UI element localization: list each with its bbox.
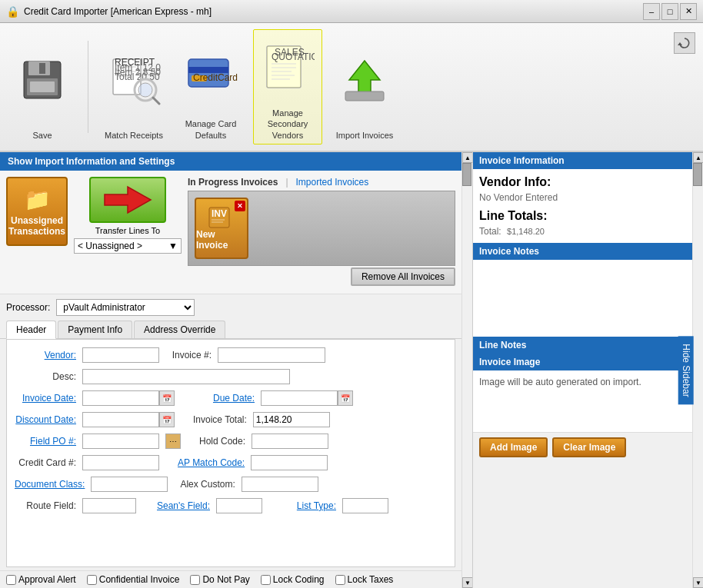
main-content: Show Import Information and Settings 📁 U… [0, 152, 703, 588]
line-totals-header: Line Totals: [479, 209, 686, 223]
field-po-lookup-button[interactable]: ⋯ [165, 434, 181, 449]
lock-taxes-checkbox[interactable]: Lock Taxes [335, 574, 394, 585]
sidebar-scrollbar-thumb[interactable] [693, 163, 702, 186]
due-date-picker-button[interactable]: 📅 [338, 390, 353, 406]
invoice-notes-content [473, 260, 692, 337]
processor-row: Processor: pVault Administrator [0, 294, 461, 321]
discount-total-row: Discount Date: 📅 Invoice Total: 1,148.20 [15, 412, 447, 427]
scrollbar-down-button[interactable]: ▼ [462, 577, 472, 588]
invoice-num-input[interactable] [218, 347, 325, 363]
match-receipts-label: Match Receipts [105, 130, 163, 141]
manage-vendors-button[interactable]: SALES QUOTATION Manage Secondary Vendors [253, 29, 322, 145]
hold-code-label: Hold Code: [199, 436, 245, 447]
seans-field-input[interactable] [216, 498, 262, 513]
import-bar-label: Show Import Information and Settings [8, 156, 175, 167]
invoice-area: 📁 Unassigned Transactions Transfer Lines… [0, 171, 461, 294]
list-type-label[interactable]: List Type: [275, 500, 336, 511]
invoice-icon: INV [208, 206, 235, 229]
vendor-input[interactable] [82, 347, 159, 363]
ap-match-input[interactable] [251, 455, 328, 470]
alex-custom-label: Alex Custom: [180, 479, 235, 490]
due-date-input[interactable] [261, 390, 338, 406]
discount-date-picker-button[interactable]: 📅 [159, 412, 175, 427]
invoice-notes-header: Invoice Notes [473, 243, 692, 260]
sidebar-scrollbar-down[interactable]: ▼ [693, 577, 703, 588]
import-invoices-icon [338, 53, 391, 107]
vendor-label[interactable]: Vendor: [15, 350, 76, 360]
field-po-input[interactable] [82, 434, 159, 449]
docclass-alex-row: Document Class: Alex Custom: [15, 477, 447, 492]
svg-line-15 [153, 98, 159, 104]
in-progress-tab[interactable]: In Progress Invoices [188, 177, 278, 188]
remove-all-button[interactable]: Remove All Invoices [351, 267, 455, 286]
manage-card-defaults-button[interactable]: CreditCard Manage Card Defaults [176, 29, 245, 145]
tab-payment-label: Payment Info [68, 324, 122, 335]
lock-taxes-label: Lock Taxes [348, 574, 394, 585]
refresh-button[interactable] [674, 32, 695, 54]
desc-input[interactable] [82, 369, 290, 384]
vendor-info-section: Vendor Info: No Vendor Entered Line Tota… [473, 169, 692, 243]
tab-header[interactable]: Header [6, 321, 56, 339]
invoice-date-label[interactable]: Invoice Date: [15, 393, 76, 404]
clear-image-button[interactable]: Clear Image [552, 437, 626, 457]
do-not-pay-checkbox[interactable]: Do Not Pay [190, 574, 249, 585]
field-po-label[interactable]: Field PO #: [15, 436, 76, 447]
document-class-input[interactable] [91, 477, 168, 492]
invoice-image-label: Invoice Image [479, 357, 540, 367]
imported-tab[interactable]: Imported Invoices [296, 177, 369, 188]
tab-address-override[interactable]: Address Override [134, 321, 225, 338]
tab-header-label: Header [16, 324, 46, 335]
maximize-button[interactable]: □ [661, 3, 678, 20]
credit-card-input[interactable] [82, 455, 159, 470]
close-button[interactable]: ✕ [680, 3, 697, 20]
sidebar-scrollbar-up[interactable]: ▲ [693, 152, 703, 163]
discount-date-label[interactable]: Discount Date: [15, 414, 76, 425]
close-invoice-icon[interactable]: ✕ [235, 201, 245, 211]
dates-row: Invoice Date: 📅 Due Date: 📅 [15, 390, 447, 406]
unassigned-dropdown[interactable]: < Unassigned > ▼ [74, 238, 182, 254]
line-notes-label: Line Notes [479, 340, 526, 350]
right-sidebar: Hide Sidebar Invoice Information Vendor … [472, 152, 703, 588]
transfer-label: Transfer Lines To [95, 226, 160, 235]
minimize-button[interactable]: – [643, 3, 660, 20]
route-field-input[interactable] [82, 498, 136, 513]
lock-coding-checkbox[interactable]: Lock Coding [261, 574, 325, 585]
hide-sidebar-button[interactable]: Hide Sidebar [678, 336, 693, 404]
confidential-invoice-checkbox[interactable]: Confidential Invoice [87, 574, 180, 585]
document-class-label[interactable]: Document Class: [15, 479, 85, 490]
sidebar-scrollbar-track [693, 163, 703, 577]
new-invoice-button[interactable]: ✕ INV New Invoice [195, 198, 248, 259]
processor-label: Processor: [6, 302, 50, 313]
add-image-button[interactable]: Add Image [479, 437, 548, 457]
svg-rect-30 [345, 91, 384, 101]
invoice-date-input[interactable] [82, 390, 159, 406]
tab-payment-info[interactable]: Payment Info [58, 321, 132, 338]
ap-match-label[interactable]: AP Match Code: [178, 457, 245, 468]
save-button[interactable]: Save [8, 29, 77, 145]
import-bar-button[interactable]: Show Import Information and Settings [0, 152, 461, 171]
invoice-total-input[interactable]: 1,148.20 [253, 412, 330, 427]
form-tabs: Header Payment Info Address Override [0, 321, 461, 339]
transfer-button[interactable] [89, 177, 166, 223]
scrollbar-thumb[interactable] [462, 163, 471, 186]
discount-date-input[interactable] [82, 412, 159, 427]
desc-label: Desc: [15, 371, 76, 382]
due-date-label[interactable]: Due Date: [193, 393, 255, 404]
save-label: Save [32, 130, 52, 141]
lock-coding-label: Lock Coding [273, 574, 325, 585]
line-notes-header: Line Notes [473, 337, 692, 354]
tab-separator: | [285, 177, 288, 188]
vendor-info-header: Vendor Info: [479, 175, 686, 189]
processor-select[interactable]: pVault Administrator [56, 299, 195, 316]
scrollbar-up-button[interactable]: ▲ [462, 152, 472, 163]
import-invoices-button[interactable]: Import Invoices [330, 29, 399, 145]
match-receipts-button[interactable]: RECEIPT Item 1 12.00 Item 2 8.50 Total 2… [99, 29, 168, 145]
seans-field-label[interactable]: Sean's Field: [148, 500, 210, 511]
approval-alert-checkbox[interactable]: Approval Alert [6, 574, 76, 585]
invoice-date-picker-button[interactable]: 📅 [159, 390, 175, 406]
alex-custom-input[interactable] [242, 477, 318, 492]
unassigned-transactions-button[interactable]: 📁 Unassigned Transactions [6, 177, 68, 246]
hold-code-input[interactable] [252, 434, 328, 449]
list-type-input[interactable] [342, 498, 388, 513]
match-receipts-icon: RECEIPT Item 1 12.00 Item 2 8.50 Total 2… [107, 53, 161, 107]
